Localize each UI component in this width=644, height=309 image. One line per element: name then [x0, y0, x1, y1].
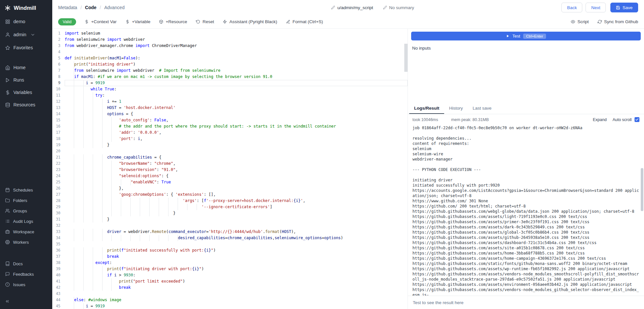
code-line[interactable]: 16# the addr and the port where the prox…	[52, 123, 408, 130]
code-line[interactable]: 25"enableVNC": True	[52, 179, 408, 185]
code-line[interactable]: 34desired_capabilities=chrome_capabiliti…	[52, 235, 408, 241]
back-button[interactable]: Back	[561, 3, 582, 12]
code-line[interactable]: 38except:	[52, 260, 408, 266]
code-line[interactable]: 14options = {	[52, 111, 408, 117]
code-line[interactable]: 5def initiateDriver(macM1=False):	[52, 55, 408, 61]
expand-button[interactable]: Expand	[593, 117, 606, 122]
sidebar-item-user-menu[interactable]: admin	[0, 28, 52, 41]
collapse-sidebar-button[interactable]	[0, 299, 52, 305]
code-line[interactable]: 30}	[52, 210, 408, 216]
code-line[interactable]: 22"browserName": "chrome",	[52, 161, 408, 167]
tab-metadata[interactable]: Metadata	[58, 5, 77, 10]
add-context-var-button[interactable]: +Context Var	[85, 19, 117, 24]
code-line[interactable]: 32	[52, 223, 408, 229]
code-line[interactable]: 1import selenium	[52, 30, 408, 37]
code-line[interactable]: 28'args': [f'--proxy-server=host.docker.…	[52, 198, 408, 204]
code-line[interactable]: 21chrome_capabilities = {	[52, 154, 408, 161]
code-line[interactable]: 23"browserVersion": "91.0",	[52, 167, 408, 173]
code-line[interactable]: 19}	[52, 142, 408, 148]
script-summary[interactable]: No summary	[383, 5, 414, 10]
log-line: https://github.githubassets.com/static/f…	[412, 261, 639, 266]
code-line[interactable]: 17'addr': '0.0.0.0',	[52, 130, 408, 136]
code-line[interactable]: 33driver = webdriver.Remote(command_exec…	[52, 229, 408, 235]
auto-scroll-toggle[interactable]: Auto scroll	[613, 117, 639, 122]
code-line[interactable]: 20	[52, 148, 408, 154]
code-line[interactable]: 11try:	[52, 92, 408, 99]
logs-scrollbar[interactable]	[641, 168, 643, 211]
editor-scrollbar-thumb[interactable]	[404, 44, 408, 72]
sidebar-item-groups[interactable]: Groups	[0, 206, 52, 216]
code-line[interactable]: 24"selenoid:options": {	[52, 173, 408, 179]
code-editor[interactable]: 1import selenium2from seleniumwire impor…	[52, 29, 408, 309]
sidebar-item-variables[interactable]: Variables	[0, 86, 52, 99]
code-line[interactable]: 31}	[52, 216, 408, 223]
code-line[interactable]: 13HOST = 'host.docker.internal'	[52, 105, 408, 111]
code-line[interactable]: 4	[52, 49, 408, 55]
sidebar-item-favorites[interactable]: Favorites	[0, 41, 52, 54]
code-line[interactable]: 37break	[52, 254, 408, 260]
code-line[interactable]: 27'goog:chromeOptions': { 'extensions': …	[52, 192, 408, 198]
sidebar-item-feedbacks[interactable]: Feedbacks	[0, 269, 52, 279]
code-line[interactable]: 40if i > 9930:	[52, 272, 408, 278]
code-line[interactable]: 3from webdriver_manager.chrome import Ch…	[52, 43, 408, 49]
windmill-logo[interactable]: Windmill	[0, 0, 52, 15]
reset-button[interactable]: Reset	[196, 19, 214, 24]
sidebar-item-home[interactable]: Home	[0, 61, 52, 74]
sync-from-github-button[interactable]: Sync from Github	[598, 19, 638, 24]
code-line[interactable]: 6print("initiating driver")	[52, 61, 408, 68]
code-line[interactable]: 15'auto_config': False,	[52, 117, 408, 123]
editor-scrollbar[interactable]	[404, 29, 408, 309]
code-line[interactable]: 7from seleniumwire import webdriver # Im…	[52, 68, 408, 74]
code-line[interactable]: 12i += 1	[52, 99, 408, 105]
code-line[interactable]: 2from seleniumwire import webdriver	[52, 37, 408, 43]
sidebar-item-docs[interactable]: Docs	[0, 258, 52, 269]
add-variable-button[interactable]: +Variable	[125, 19, 150, 24]
code-line[interactable]: 43	[52, 291, 408, 297]
log-line: https://github.githubassets.com/assets/h…	[412, 256, 639, 261]
tab-advanced[interactable]: Advanced	[104, 5, 124, 10]
log-output[interactable]: job 01864aff-22dd-cf40-f0c5-0ec8e9b50c70…	[408, 123, 644, 296]
code-line[interactable]: 10while True:	[52, 86, 408, 92]
code-line[interactable]: 29'--ignore-certificate-errors']	[52, 204, 408, 210]
sidebar-item-workspace[interactable]: Workspace	[0, 226, 52, 237]
result-tab-logs-result[interactable]: Logs/Result	[409, 103, 444, 114]
assistant-button[interactable]: Assistant (Pyright Black)	[223, 19, 277, 24]
indent-guide	[65, 61, 74, 68]
sidebar-item-audit-logs[interactable]: Audit Logs	[0, 216, 52, 226]
format-button[interactable]: Format (Ctrl+S)	[286, 19, 323, 24]
sidebar-item-resources[interactable]: Resources	[0, 99, 52, 111]
result-tab-last-save[interactable]: Last save	[468, 103, 496, 114]
eye-icon	[571, 20, 575, 24]
user-icon	[5, 32, 10, 37]
code-line[interactable]: 42break	[52, 285, 408, 291]
auto-scroll-checkbox[interactable]	[635, 117, 639, 122]
tab-code[interactable]: Code	[85, 5, 96, 10]
code-line[interactable]: 45i = 9919	[52, 303, 408, 309]
code-line[interactable]: 26},	[52, 185, 408, 192]
code-line[interactable]: 18'port': i,	[52, 136, 408, 142]
code-line-content: print("initiating driver")	[65, 61, 408, 68]
result-tab-history[interactable]: History	[444, 103, 468, 114]
code-line[interactable]: 39print(f"initiating driver with port:{i…	[52, 266, 408, 272]
script-path-label: u/admin/my_script	[337, 5, 373, 10]
save-button[interactable]: Save	[610, 3, 638, 12]
code-line[interactable]: 36print(f"initiated successfully with po…	[52, 247, 408, 254]
code-line[interactable]: 9i = 9919	[52, 80, 408, 86]
sidebar-item-runs[interactable]: Runs	[0, 74, 52, 86]
next-button[interactable]: Next	[586, 3, 606, 12]
sidebar-item-workers[interactable]: Workers	[0, 237, 52, 247]
test-button[interactable]: Test Ctrl+Enter	[411, 32, 641, 40]
code-line[interactable]: 35	[52, 241, 408, 247]
line-number: 20	[52, 148, 65, 154]
script-path[interactable]: u/admin/my_script	[331, 5, 373, 10]
sidebar-item-issues[interactable]: Issues	[0, 279, 52, 290]
code-line[interactable]: 44else: #windows image	[52, 297, 408, 303]
code-line[interactable]: 8if macM1: #if we are on mac m1 -> custo…	[52, 74, 408, 80]
sidebar-item-folders[interactable]: Folders	[0, 195, 52, 206]
add-resource-button[interactable]: +Resource	[159, 19, 187, 24]
script-toggle[interactable]: Script	[571, 19, 589, 24]
sidebar-item-schedules[interactable]: Schedules	[0, 185, 52, 195]
code-line[interactable]: 41print("port limit exceeded")	[52, 278, 408, 285]
sidebar-item-workspace-selector[interactable]: demo	[0, 15, 52, 28]
line-number: 32	[52, 223, 65, 229]
